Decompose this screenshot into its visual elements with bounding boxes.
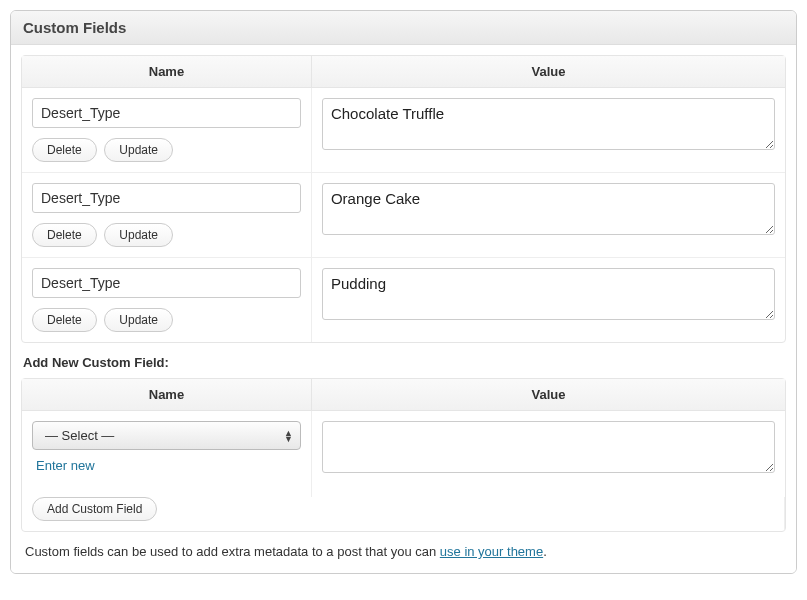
add-new-heading: Add New Custom Field: [21,355,786,370]
field-value-textarea[interactable]: Chocolate Truffle [322,98,775,150]
delete-button[interactable]: Delete [32,308,97,332]
help-suffix: . [543,544,547,559]
update-button[interactable]: Update [104,223,173,247]
field-name-select[interactable]: — Select — [32,421,301,450]
column-header-name: Name [22,56,312,88]
column-header-value: Value [312,379,785,411]
delete-button[interactable]: Delete [32,138,97,162]
metabox-body: Name Value Delete Update Chocolate Truff… [11,45,796,573]
add-custom-field-button[interactable]: Add Custom Field [32,497,157,521]
custom-fields-metabox: Custom Fields Name Value Delete Update [10,10,797,574]
help-link[interactable]: use in your theme [440,544,543,559]
field-value-textarea[interactable]: Pudding [322,268,775,320]
field-value-textarea[interactable]: Orange Cake [322,183,775,235]
add-new-table: Name Value — Select — ▲▼ [21,378,786,532]
help-text: Custom fields can be used to add extra m… [21,542,786,563]
field-name-input[interactable] [32,98,301,128]
metabox-header: Custom Fields [11,11,796,45]
panel-title: Custom Fields [23,19,784,36]
column-header-name: Name [22,379,312,411]
table-row: Add Custom Field [22,497,785,531]
delete-button[interactable]: Delete [32,223,97,247]
column-header-value: Value [312,56,785,88]
custom-fields-table: Name Value Delete Update Chocolate Truff… [21,55,786,343]
table-row: Delete Update Pudding [22,257,785,342]
enter-new-link[interactable]: Enter new [36,458,95,473]
field-name-input[interactable] [32,268,301,298]
new-field-value-textarea[interactable] [322,421,775,473]
help-prefix: Custom fields can be used to add extra m… [25,544,440,559]
update-button[interactable]: Update [104,138,173,162]
table-row: Delete Update Orange Cake [22,172,785,257]
table-row: Delete Update Chocolate Truffle [22,88,785,172]
field-name-input[interactable] [32,183,301,213]
table-row: — Select — ▲▼ Enter new [22,411,785,497]
update-button[interactable]: Update [104,308,173,332]
